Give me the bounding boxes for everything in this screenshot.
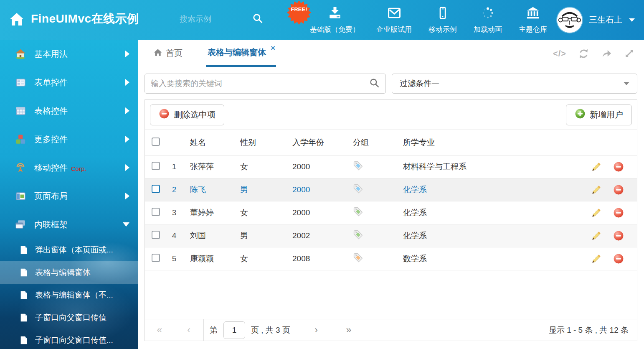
sidebar-item-page-layout[interactable]: 页面布局: [0, 182, 138, 210]
close-icon[interactable]: ×: [271, 44, 275, 52]
bank-icon: [526, 6, 540, 22]
major-link[interactable]: 数学系: [403, 254, 427, 263]
row-checkbox[interactable]: [152, 208, 160, 216]
major-link[interactable]: 化学系: [403, 208, 427, 217]
delete-selected-button[interactable]: 删除选中项: [150, 104, 224, 125]
sidebar-item-label: 基本用法: [34, 48, 68, 60]
chevron-right-icon: [125, 164, 129, 171]
tag-icon: [353, 183, 363, 196]
code-icon[interactable]: </>: [553, 49, 566, 59]
avatar[interactable]: [557, 8, 582, 33]
sidebar-item-basic-usage[interactable]: 基本用法: [0, 40, 138, 68]
edit-icon[interactable]: [587, 184, 606, 195]
tab-home[interactable]: 首页: [150, 40, 186, 67]
header-nav-label: 移动示例: [428, 25, 457, 34]
header-nav-theme-store[interactable]: 主题仓库: [510, 6, 555, 34]
edit-icon[interactable]: [587, 253, 606, 264]
sidebar-subitem-child-to-parent-2[interactable]: 子窗口向父窗口传值...: [0, 329, 138, 349]
edit-icon[interactable]: [587, 207, 606, 218]
cell-row-number: 2: [167, 185, 182, 194]
cell-group: [345, 229, 395, 242]
sidebar-item-mobile-controls[interactable]: 移动控件 Corp.: [0, 153, 138, 182]
house-icon: [14, 48, 27, 59]
cell-year: 2000: [284, 185, 345, 194]
search-icon[interactable]: [252, 13, 263, 25]
tag-icon: [353, 252, 363, 265]
table-row[interactable]: 4 刘国 男 2002 化学系: [145, 224, 637, 247]
keyword-search-box: [145, 74, 386, 94]
tab-grid-edit-window[interactable]: 表格与编辑窗体 ×: [206, 40, 276, 67]
tag-icon: [353, 160, 363, 173]
plus-circle-icon: [575, 108, 586, 121]
header-search-input[interactable]: [180, 15, 246, 24]
add-user-button[interactable]: 新增用户: [566, 104, 632, 125]
home-icon[interactable]: [9, 12, 24, 28]
sidebar-item-label: 页面布局: [34, 191, 68, 202]
table-empty-area: [145, 270, 637, 319]
table-row[interactable]: 1 张萍萍 女 2000 材料科学与工程系: [145, 155, 637, 178]
sidebar-subitem-popup-window[interactable]: 弹出窗体（本页面或...: [0, 239, 138, 261]
cell-group: [345, 252, 395, 265]
sidebar-item-iframe[interactable]: 内联框架: [0, 210, 138, 239]
tab-toolbar: </>: [553, 40, 635, 67]
major-link[interactable]: 化学系: [403, 185, 427, 194]
delete-icon[interactable]: [606, 253, 631, 264]
header-nav-basic-free[interactable]: 基础版（免费）: [302, 6, 368, 34]
share-icon[interactable]: [601, 48, 612, 59]
page-number-input[interactable]: [223, 321, 245, 339]
expand-icon[interactable]: [624, 48, 635, 59]
table-row[interactable]: 3 董婷婷 女 2000 化学系: [145, 201, 637, 224]
table-row[interactable]: 2 陈飞 男 2000 化学系: [145, 178, 637, 201]
select-all-checkbox[interactable]: [152, 138, 160, 146]
row-checkbox[interactable]: [152, 231, 160, 239]
row-checkbox[interactable]: [152, 185, 160, 193]
sidebar-item-more-controls[interactable]: 更多控件: [0, 125, 138, 153]
delete-icon[interactable]: [606, 184, 631, 195]
refresh-icon[interactable]: [578, 48, 589, 59]
table-row[interactable]: 5 康颖颖 女 2008 数学系: [145, 247, 637, 270]
page-last-button[interactable]: »: [334, 324, 363, 336]
sidebar-subitem-child-to-parent[interactable]: 子窗口向父窗口传值: [0, 306, 138, 329]
filter-dropdown[interactable]: 过滤条件一: [392, 74, 637, 94]
page-first-button[interactable]: «: [145, 324, 174, 336]
cell-name: 董婷婷: [182, 207, 232, 218]
row-checkbox[interactable]: [152, 162, 160, 170]
header-nav-loading-animation[interactable]: 加载动画: [465, 6, 510, 34]
header-nav-mobile-demo[interactable]: 移动示例: [420, 6, 465, 34]
cell-group: [345, 206, 395, 219]
edit-icon[interactable]: [587, 230, 606, 241]
sidebar-subitem-grid-edit-window-2[interactable]: 表格与编辑窗体（不...: [0, 284, 138, 306]
delete-icon[interactable]: [606, 207, 631, 218]
minus-circle-icon: [159, 108, 170, 121]
edit-icon[interactable]: [587, 161, 606, 172]
major-link[interactable]: 化学系: [403, 231, 427, 240]
page-next-button[interactable]: ›: [298, 324, 334, 336]
sidebar-item-form-controls[interactable]: 表单控件: [0, 68, 138, 97]
mobile-icon: [436, 6, 450, 22]
column-gender: 性别: [232, 137, 284, 148]
sidebar-subitem-grid-edit-window[interactable]: 表格与编辑窗体: [0, 261, 138, 284]
column-name: 姓名: [182, 137, 232, 148]
page-prev-button[interactable]: ‹: [174, 324, 203, 336]
cell-year: 2008: [284, 254, 345, 263]
delete-icon[interactable]: [606, 230, 631, 241]
chevron-right-icon: [125, 193, 129, 199]
search-icon[interactable]: [369, 78, 380, 90]
sidebar-item-grid-controls[interactable]: 表格控件: [0, 97, 138, 125]
header-nav-enterprise-trial[interactable]: 企业版试用: [368, 6, 420, 34]
delete-icon[interactable]: [606, 161, 631, 172]
cell-row-number: 4: [167, 231, 182, 240]
sidebar-item-label: 表格控件: [34, 105, 68, 117]
layout-icon: [14, 191, 27, 201]
user-menu[interactable]: 三生石上: [557, 0, 635, 40]
major-link[interactable]: 材料科学与工程系: [403, 162, 467, 171]
sidebar-item-label: 内联框架: [34, 219, 68, 230]
row-checkbox[interactable]: [152, 254, 160, 262]
header-nav-label: 基础版（免费）: [310, 25, 360, 34]
chevron-down-icon: [123, 222, 129, 227]
app-title: FineUIMvc在线示例: [31, 11, 139, 27]
keyword-search-input[interactable]: [151, 79, 369, 88]
cell-group: [345, 183, 395, 196]
username: 三生石上: [589, 14, 622, 25]
frames-icon: [14, 219, 27, 230]
